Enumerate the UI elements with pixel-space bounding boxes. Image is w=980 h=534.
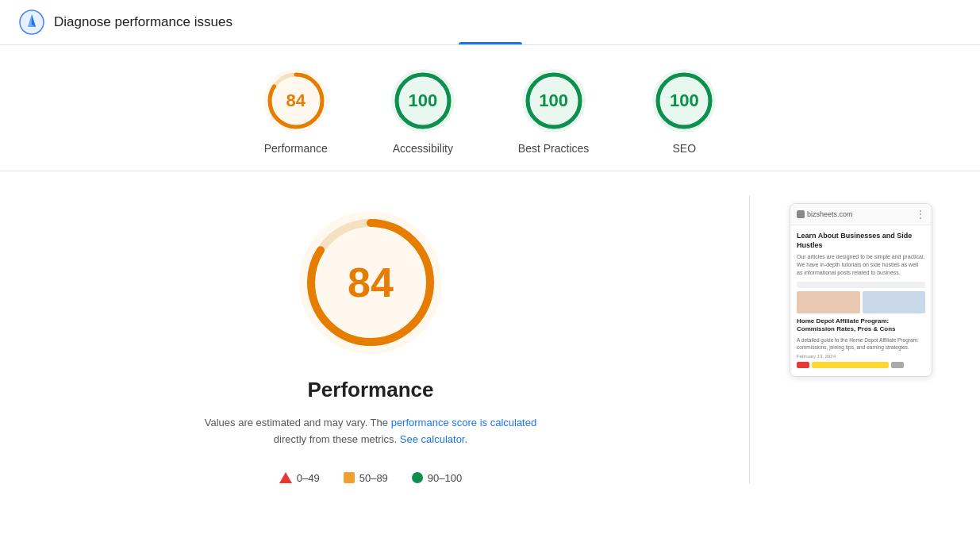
divider-vertical (749, 195, 750, 484)
description-text: Values are estimated and may vary. The p… (205, 415, 536, 448)
score-item-best-practices: 100 Best Practices (518, 69, 589, 155)
big-score-value: 84 (348, 259, 394, 306)
score-ring-performance: 84 (264, 69, 328, 133)
preview-article-desc: A detailed guide to the Home Depot Affil… (797, 336, 925, 351)
preview-favicon-icon (797, 210, 805, 218)
score-ring-best-practices: 100 (522, 69, 586, 133)
preview-body: Learn About Businesses and Side Hustles … (790, 225, 932, 376)
score-ring-seo: 100 (652, 69, 716, 133)
score-value-performance: 84 (286, 90, 306, 111)
score-item-seo: 100 SEO (652, 69, 716, 155)
score-label-seo: SEO (673, 142, 697, 155)
score-item-performance: 84 Performance (264, 69, 328, 155)
orange-square-icon (344, 472, 355, 483)
main-content: 84 Performance Values are estimated and … (0, 171, 980, 508)
performance-title: Performance (308, 378, 434, 402)
description-before: Values are estimated and may vary. The (205, 417, 388, 428)
bottom-bar-gray (891, 362, 904, 368)
preview-article-title: Home Depot Affiliate Program: Commission… (797, 317, 925, 334)
legend-item-orange: 50–89 (344, 472, 388, 484)
green-circle-icon (412, 472, 423, 483)
scores-section: 84 Performance 100 Accessibility 100 Bes… (0, 45, 980, 171)
preview-thumb-left (797, 291, 860, 313)
legend-label-red: 0–49 (297, 472, 320, 484)
score-label-best-practices: Best Practices (518, 142, 589, 155)
tab-active-indicator (459, 42, 522, 44)
header: Diagnose performance issues (0, 0, 980, 45)
legend-label-green: 90–100 (428, 472, 462, 484)
legend-item-green: 90–100 (412, 472, 462, 484)
right-panel: bizsheets.com ⋮ Learn About Businesses a… (790, 195, 948, 484)
performance-score-link[interactable]: performance score is calculated (391, 417, 537, 428)
preview-url-text: bizsheets.com (807, 210, 916, 218)
preview-site-desc: Our articles are designed to be simple a… (797, 253, 925, 276)
site-preview: bizsheets.com ⋮ Learn About Businesses a… (790, 203, 932, 377)
red-triangle-icon (279, 472, 292, 483)
preview-thumb-right (863, 291, 926, 313)
score-value-seo: 100 (670, 90, 699, 111)
preview-thumb-row (797, 291, 925, 313)
lighthouse-icon (19, 10, 44, 35)
page-title: Diagnose performance issues (54, 14, 233, 30)
legend-item-red: 0–49 (279, 472, 320, 484)
preview-site-title: Learn About Businesses and Side Hustles (797, 232, 925, 250)
score-value-accessibility: 100 (408, 90, 437, 111)
score-label-performance: Performance (264, 142, 328, 155)
bottom-bar-yellow (812, 362, 889, 368)
preview-toolbar (797, 282, 925, 288)
score-label-accessibility: Accessibility (393, 142, 453, 155)
preview-article-date: February 13, 2024 (797, 354, 925, 359)
description-middle: directly from these metrics. (274, 433, 397, 445)
calculator-link[interactable]: See calculator (400, 433, 465, 445)
score-legend: 0–49 50–89 90–100 (279, 472, 462, 484)
bottom-bar-red (797, 362, 809, 368)
legend-label-orange: 50–89 (359, 472, 388, 484)
left-panel: 84 Performance Values are estimated and … (32, 195, 709, 484)
preview-menu-icon: ⋮ (916, 209, 925, 220)
preview-browser-bar: bizsheets.com ⋮ (790, 204, 932, 225)
score-item-accessibility: 100 Accessibility (391, 69, 455, 155)
score-ring-accessibility: 100 (391, 69, 455, 133)
score-value-best-practices: 100 (539, 90, 568, 111)
description-end: . (464, 433, 467, 445)
big-performance-circle: 84 (299, 211, 442, 354)
preview-bottom-bar (797, 362, 925, 370)
